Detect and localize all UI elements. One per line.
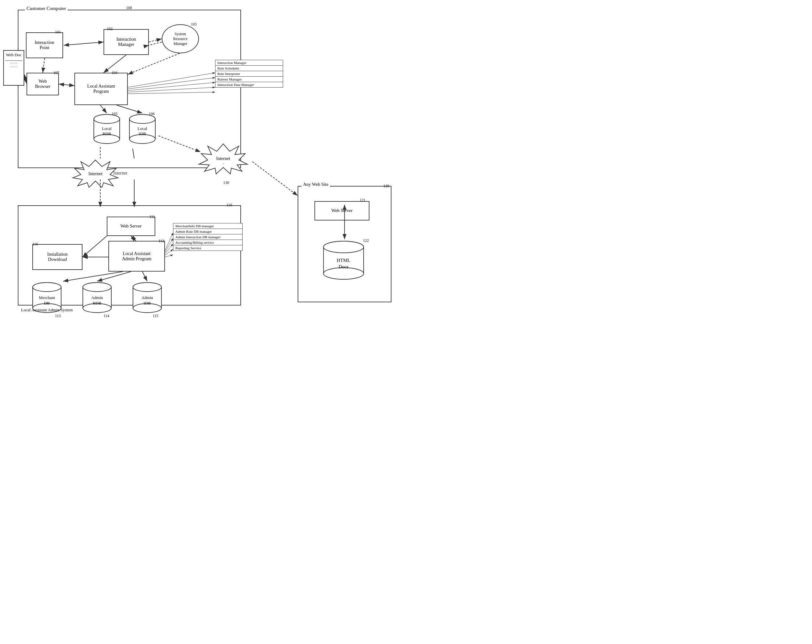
web-server-111-label: Web Server	[121, 224, 141, 229]
list-item-admin-rule-db: Admin Rule DB manager	[173, 229, 242, 234]
web-server-121-box: Web Server	[314, 201, 369, 221]
svg-text:Local: Local	[137, 126, 147, 131]
label-104: 104	[111, 70, 118, 75]
list-item-rule-scheduler: Rule Scheduler	[215, 65, 283, 71]
svg-point-49	[324, 268, 363, 279]
label-103: 103	[191, 22, 197, 27]
label-111: 111	[150, 214, 155, 219]
local-assistant-program-label: Local Assistant Program	[87, 84, 115, 94]
label-122: 122	[363, 238, 369, 243]
local-rdb-svg: Local RDB	[92, 113, 121, 146]
svg-text:Docs: Docs	[339, 264, 349, 269]
web-doc-label: Web Doc	[4, 51, 24, 59]
list-item-admin-interaction-db: Admin Interaction DB manager	[173, 234, 242, 240]
label-116: 116	[32, 242, 38, 247]
svg-text:IDB: IDB	[139, 131, 146, 136]
list-item-accounting-billing: Accounting/Billing service	[173, 240, 242, 245]
interaction-point-label: Interaction Point	[35, 40, 54, 50]
list-item-ruleset-manager: Ruleset Manager	[215, 77, 283, 82]
label-101: 101	[55, 30, 61, 35]
list-item-reporting-service: Reporting Service	[173, 245, 242, 251]
admin-rdb-svg: Admin RDB	[81, 281, 113, 315]
svg-text:·: ·	[223, 161, 224, 166]
web-server-111-box: Web Server	[107, 216, 155, 236]
list-item-rule-interpreter: Rule Interpreter	[215, 71, 283, 77]
label-102: 102	[107, 26, 113, 31]
interaction-point-box: Interaction Point	[26, 32, 63, 58]
label-100: 100	[126, 6, 132, 10]
diagram: Customer Computer 100 Web Doc ~~~~~~~~ I…	[0, 0, 406, 322]
list-item-interaction-manager: Interaction Manager	[215, 60, 283, 65]
internet-burst-top: Internet	[63, 158, 128, 189]
local-idb-svg: Local IDB	[128, 113, 157, 146]
web-browser-label: Web Browser	[35, 79, 50, 89]
svg-text:IDB: IDB	[143, 301, 151, 306]
svg-text:Internet: Internet	[216, 156, 230, 161]
web-doc-box: Web Doc ~~~~~~~~	[3, 50, 24, 86]
local-assistant-admin-program-label: Local Assistant Admin Program	[122, 251, 151, 262]
internet-burst-right: Internet ·	[194, 142, 252, 182]
svg-point-34	[83, 283, 111, 292]
admin-components-list: MerchantInfo DB manager Admin Rule DB ma…	[173, 223, 243, 251]
svg-line-88	[252, 161, 298, 196]
internet-top-svg: Internet	[63, 158, 128, 187]
admin-rdb-cylinder: Admin RDB	[81, 281, 113, 315]
svg-text:RDB: RDB	[102, 131, 111, 136]
svg-text:Local: Local	[102, 126, 111, 131]
local-assistant-admin-program-box: Local Assistant Admin Program	[108, 241, 165, 272]
label-121-inner: 121	[360, 198, 366, 203]
svg-point-50	[324, 241, 363, 253]
svg-point-42	[133, 283, 162, 292]
svg-text:DB: DB	[44, 301, 50, 306]
any-web-site-label: Any Web Site	[302, 182, 330, 187]
installation-download-box: Installation Download	[32, 244, 82, 270]
label-106: 106	[149, 111, 155, 116]
web-server-121-label: Web Server	[331, 208, 352, 213]
local-rdb-cylinder: Local RDB	[92, 113, 121, 146]
label-105: 105	[111, 111, 118, 116]
svg-text:HTML: HTML	[337, 258, 351, 263]
svg-text:Merchant: Merchant	[39, 295, 55, 300]
svg-text:RDB: RDB	[93, 301, 102, 306]
svg-point-26	[33, 283, 61, 292]
html-docs-cylinder: HTML Docs	[319, 240, 368, 282]
local-assistant-program-box: Local Assistant Program	[75, 73, 128, 105]
customer-computer-label: Customer Computer	[25, 6, 68, 11]
internet-right-svg: Internet ·	[194, 142, 252, 181]
admin-idb-cylinder: Admin IDB	[131, 281, 163, 315]
label-115: 115	[153, 314, 159, 318]
list-item-merchantinfo-db: MerchantInfo DB manager	[173, 224, 242, 229]
local-assistant-components-list: Interaction Manager Rule Scheduler Rule …	[215, 60, 283, 88]
html-docs-svg: HTML Docs	[319, 240, 368, 282]
interaction-manager-box: Interaction Manager	[104, 29, 149, 55]
interaction-manager-label: Interaction Manager	[116, 37, 136, 47]
local-admin-system-label: Local Assistant Admin System	[21, 307, 73, 313]
svg-text:Admin: Admin	[91, 295, 103, 300]
label-120: 120	[383, 184, 389, 189]
list-item-interaction-data-manager: Interaction Data Manager	[215, 82, 283, 87]
label-112: 112	[159, 239, 164, 244]
label-130: 130	[223, 180, 229, 185]
label-110: 110	[226, 203, 232, 207]
any-web-site-box: Any Web Site Web Server 121 HTML Docs 12…	[298, 186, 391, 302]
label-114: 114	[104, 314, 109, 318]
system-resource-manager-label: System Resource Manager	[173, 32, 188, 46]
svg-text:Admin: Admin	[141, 295, 153, 300]
svg-text:Internet: Internet	[88, 171, 102, 176]
local-idb-cylinder: Local IDB	[128, 113, 157, 146]
label-113: 113	[55, 314, 61, 318]
label-107: 107	[53, 70, 59, 75]
installation-download-label: Installation Download	[47, 252, 68, 262]
admin-idb-svg: Admin IDB	[131, 281, 163, 315]
web-browser-box: Web Browser	[26, 73, 59, 95]
system-resource-manager-box: System Resource Manager	[162, 24, 199, 53]
